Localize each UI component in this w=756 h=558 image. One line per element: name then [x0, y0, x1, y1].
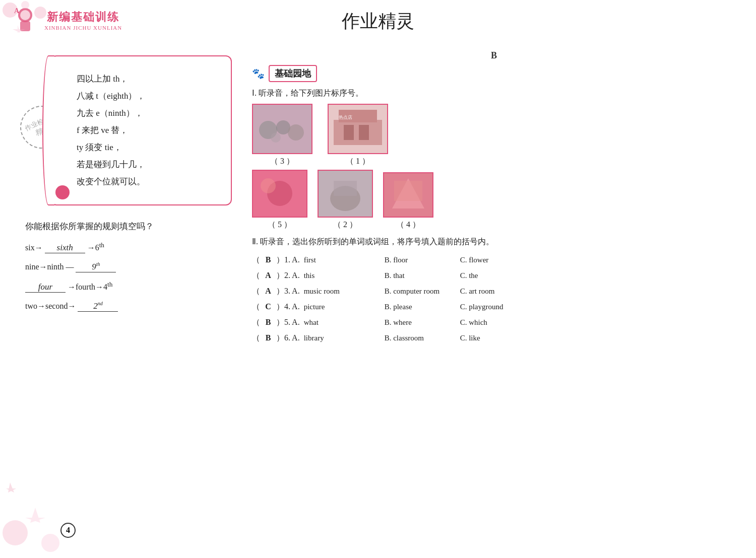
scroll-decoration: [55, 185, 70, 199]
mc-opt-5c: C. which: [460, 318, 526, 327]
mc-opt-2a: this: [304, 271, 385, 280]
mc-answer-1: B: [264, 255, 272, 264]
left-panel: 作业检查员 精灵 四以上加 th， 八减 t（eighth）， 九去 e（nin…: [20, 45, 232, 548]
scroll-line-7: 改变个位就可以。: [77, 173, 213, 190]
svg-marker-7: [13, 25, 25, 33]
img-caption-1: （ 3 ）: [270, 156, 294, 167]
scroll-line-2: 八减 t（eighth），: [77, 88, 213, 105]
mc-options-2: this B. that C. the: [304, 271, 736, 280]
svg-marker-10: [6, 482, 16, 493]
mc-open-paren-1: （: [252, 255, 260, 265]
mc-close-paren-4: ）4. A.: [276, 302, 300, 312]
mc-options-5: what B. where C. which: [304, 318, 736, 327]
svg-rect-21: [359, 125, 369, 140]
fill-prefix-4: two→second→: [25, 302, 76, 311]
svg-point-5: [21, 1, 29, 9]
mc-answer-6: B: [264, 333, 272, 342]
fill-row-2: nine→ninth — 9th: [25, 261, 232, 272]
mc-row-2: （ A ）2. A. this B. that C. the: [252, 268, 736, 284]
svg-rect-20: [344, 125, 354, 140]
mc-answer-2: A: [264, 271, 272, 280]
mc-list: （ B ）1. A. first B. floor C. flower （ A …: [252, 252, 736, 346]
scroll-line-5: ty 须变 tie，: [77, 139, 213, 156]
mc-close-paren-6: ）6. A.: [276, 333, 300, 343]
svg-rect-31: [394, 181, 422, 201]
scroll-line-4: f 来把 ve 替，: [77, 122, 213, 139]
scroll-line-1: 四以上加 th，: [77, 71, 213, 88]
section-header: 🐾 基础园地: [252, 65, 736, 82]
mc-row-4: （ C ）4. A. picture B. please C. playgrou…: [252, 299, 736, 315]
img-gray1: [318, 170, 373, 218]
img-item-2: 热点店 （ 1 ）: [328, 104, 388, 167]
img-caption-3: （ 5 ）: [268, 220, 292, 230]
images-row1: （ 3 ） 热点店 （ 1 ）: [252, 104, 736, 167]
svg-point-4: [3, 3, 18, 18]
right-panel: B 🐾 基础园地 Ⅰ. 听录音，给下列图片标序号。: [252, 45, 736, 548]
mc-opt-6c: C. like: [460, 334, 526, 342]
mc-opt-2c: C. the: [460, 271, 526, 280]
fill-answer-4: 2nd: [78, 301, 118, 312]
mc-answer-3: A: [264, 287, 272, 296]
mc-row-5: （ B ）5. A. what B. where C. which: [252, 315, 736, 330]
img-pink2: [383, 172, 433, 218]
mc-open-paren-3: （: [252, 286, 260, 297]
pink2-svg: [384, 173, 432, 217]
svg-text:热点店: 热点店: [339, 115, 352, 120]
svg-point-16: [271, 132, 281, 143]
scroll-box: 四以上加 th， 八减 t（eighth）， 九去 e（ninth）， f 来把…: [50, 55, 232, 205]
mc-opt-6b: B. classroom: [385, 334, 460, 342]
mc-opt-6a: library: [304, 334, 385, 342]
mc-opt-1b: B. floor: [385, 256, 460, 264]
fill-answer-2: 9th: [76, 261, 116, 272]
fill-question: 你能根据你所掌握的规则填空吗？: [25, 221, 232, 232]
svg-point-15: [288, 124, 304, 141]
img-item-1: （ 3 ）: [252, 104, 312, 167]
shop-svg: 热点店: [329, 105, 387, 153]
img-caption-5: （ 4 ）: [396, 220, 420, 230]
mc-close-paren-3: ）3. A.: [276, 286, 300, 297]
fill-answer-1: sixth: [45, 243, 85, 253]
mc-opt-4b: B. please: [385, 303, 460, 311]
mc-answer-5: B: [264, 318, 272, 327]
fill-middle-3: →fourth→4th: [68, 281, 112, 292]
img-item-5: （ 4 ）: [383, 172, 433, 230]
mc-row-3: （ A ）3. A. music room B. computer room C…: [252, 284, 736, 299]
fill-section: 你能根据你所掌握的规则填空吗？ six→ sixth →6th nine→nin…: [25, 221, 232, 312]
svg-rect-28: [334, 181, 357, 196]
img-caption-2: （ 1 ）: [346, 156, 370, 167]
mc-open-paren-5: （: [252, 317, 260, 328]
mc-row-6: （ B ）6. A. library B. classroom C. like: [252, 330, 736, 346]
mc-opt-5a: what: [304, 318, 385, 327]
section-header-text: 基础园地: [269, 65, 317, 82]
mc-opt-1a: first: [304, 256, 385, 264]
mc-open-paren-6: （: [252, 333, 260, 343]
page-number: 4: [60, 523, 76, 538]
mc-opt-3a: music room: [304, 287, 385, 296]
mc-open-paren-4: （: [252, 302, 260, 312]
fill-row-4: two→second→ 2nd: [25, 301, 232, 312]
fill-prefix-1: six→: [25, 243, 43, 252]
fill-answer-3: four: [25, 282, 66, 293]
page-title: 作业精灵: [342, 9, 414, 34]
mc-row-1: （ B ）1. A. first B. floor C. flower: [252, 252, 736, 268]
mc-close-paren-2: ）2. A.: [276, 270, 300, 281]
img-flowers: [252, 104, 312, 154]
mc-answer-4: C: [264, 302, 272, 311]
img-item-3: （ 5 ）: [252, 170, 307, 230]
fill-row-3: four →fourth→4th: [25, 281, 232, 293]
images-row2: （ 5 ） （ 2 ）: [252, 170, 736, 230]
gray1-svg: [319, 171, 372, 217]
mc-close-paren-5: ）5. A.: [276, 317, 300, 328]
img-pink1: [252, 170, 307, 218]
section-b-label: B: [252, 50, 736, 61]
pink1-svg: [253, 171, 306, 217]
header: A 新编基础训练 XINBIAN JICHU XUNLIAN 作业精灵: [0, 0, 756, 40]
fill-arrow-1: →6th: [87, 241, 104, 252]
mc-opt-3b: B. computer room: [385, 287, 460, 296]
mc-options-1: first B. floor C. flower: [304, 256, 736, 264]
mc-open-paren-2: （: [252, 270, 260, 281]
mc-opt-5b: B. where: [385, 318, 460, 327]
main-content: 作业检查员 精灵 四以上加 th， 八减 t（eighth）， 九去 e（nin…: [0, 40, 756, 553]
mc-opt-4a: picture: [304, 303, 385, 311]
flowers-svg: [253, 105, 311, 153]
